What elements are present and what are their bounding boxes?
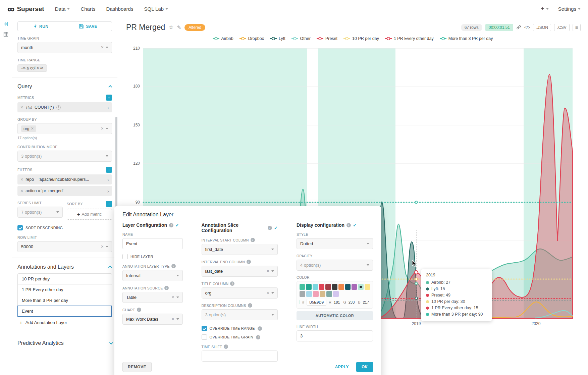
clear-icon[interactable] [101,45,104,50]
contribution-mode-select[interactable]: 3 option(s) [17,151,112,162]
info-icon[interactable] [137,308,141,312]
info-icon[interactable] [169,223,173,227]
annotation-layer-item[interactable]: 1 PR Every other day [17,284,112,295]
legend-item[interactable]: Dropbox [239,36,264,41]
superset-logo[interactable]: Superset [7,4,44,14]
chart-select[interactable]: Max Work Dates [122,314,183,325]
run-button[interactable]: RUN [17,21,65,31]
color-swatch[interactable] [325,284,331,290]
clear-icon[interactable] [267,269,269,274]
legend-item[interactable]: 1 PR Every other day [385,36,434,41]
nav-item-charts[interactable]: Charts [81,6,95,12]
info-icon[interactable] [256,335,260,339]
remove-button[interactable]: REMOVE [122,362,152,372]
interval-end-select[interactable]: last_date [202,266,278,277]
override-time-grain-checkbox[interactable] [202,334,207,340]
color-swatch[interactable] [326,291,332,297]
nav-item-sql-lab[interactable]: SQL Lab [144,6,168,12]
clear-icon[interactable] [171,295,174,300]
annotation-source-select[interactable]: Table [122,292,183,303]
filter-chip-repo[interactable]: repo = 'apache/incubator-supers... [17,174,112,184]
clear-icon[interactable] [171,317,174,322]
apply-button[interactable]: APPLY [331,362,353,372]
legend-item[interactable]: Airbnb [213,36,233,41]
g-value[interactable]: 233 [349,300,355,304]
save-button[interactable]: SAVE [65,21,112,31]
metric-chip[interactable]: ƒ(x) COUNT(*) [17,102,112,112]
color-swatch[interactable] [300,284,305,290]
group-by-chip[interactable]: org [21,125,36,132]
remove-chip-icon[interactable] [31,126,34,131]
group-by-select[interactable]: org [17,123,112,134]
line-width-input[interactable] [297,330,373,341]
new-menu-button[interactable]: + [541,5,549,12]
title-column-select[interactable]: org [202,287,278,299]
favorite-star-icon[interactable] [168,24,173,31]
annotation-layer-item[interactable]: More than 3 PR per day [17,295,112,306]
info-icon[interactable] [346,223,351,227]
r-value[interactable]: 181 [334,300,340,304]
nav-item-dashboards[interactable]: Dashboards [106,6,133,12]
description-columns-select[interactable]: 3 option(s) [202,309,278,320]
filter-chip-action[interactable]: action = 'pr_merged' [17,186,112,196]
clear-icon[interactable] [267,290,269,296]
hex-input[interactable]: B5E9D9 [307,299,326,306]
export-csv-button[interactable]: .CSV [554,24,570,31]
share-link-icon[interactable] [516,25,521,30]
color-swatch[interactable] [338,284,344,290]
b-value[interactable]: 217 [363,300,369,304]
info-icon[interactable] [171,264,176,268]
legend-item[interactable]: Other [291,36,311,41]
export-json-button[interactable]: .JSON [533,24,551,31]
info-icon[interactable] [230,281,234,286]
info-icon[interactable] [268,226,272,230]
datasource-grid-icon[interactable] [3,32,8,37]
clear-icon[interactable] [101,126,104,131]
remove-filter-icon[interactable] [20,189,23,194]
edit-title-icon[interactable] [177,24,181,31]
series-limit-select[interactable]: 7 option(s) [17,207,63,218]
time-grain-select[interactable]: month [17,42,112,53]
info-icon[interactable] [251,238,255,242]
ok-button[interactable]: OK [356,362,373,372]
info-icon[interactable] [258,326,262,331]
chart-menu-icon[interactable] [573,24,581,31]
info-icon[interactable] [224,344,228,349]
color-swatch[interactable] [306,284,311,290]
legend-item[interactable]: More than 3 PR per day [440,36,493,41]
color-swatch[interactable] [352,284,357,290]
name-input[interactable] [122,238,183,249]
query-section-header[interactable]: Query [17,84,112,90]
add-metric-button[interactable] [106,95,112,101]
info-icon[interactable] [247,260,251,264]
predictive-analytics-header[interactable]: Predictive Analytics [17,340,112,346]
view-query-icon[interactable] [524,25,530,30]
annotations-section-header[interactable]: Annotations and Layers [17,264,112,270]
color-swatch[interactable] [345,284,351,290]
color-swatch[interactable] [319,284,324,290]
override-time-range-checkbox[interactable] [202,326,207,331]
legend-item[interactable]: Preset [317,36,337,41]
time-shift-input[interactable] [202,351,278,362]
remove-filter-icon[interactable] [20,177,23,182]
settings-menu[interactable]: Settings [558,6,581,12]
style-select[interactable]: Dotted [297,238,373,249]
time-range-value[interactable]: -∞ ≤ col < ∞ [17,64,47,72]
color-swatch[interactable] [333,291,339,297]
color-swatch[interactable] [313,284,318,290]
color-swatch[interactable] [332,284,337,290]
nav-item-data[interactable]: Data [55,6,70,12]
interval-start-select[interactable]: first_date [202,244,278,255]
add-filter-button[interactable] [106,167,112,173]
info-icon[interactable] [248,303,252,308]
legend-item[interactable]: 10 PR per day [343,36,379,41]
automatic-color-button[interactable]: AUTOMATIC COLOR [297,311,373,320]
color-swatch[interactable] [313,291,319,297]
color-swatch[interactable] [320,291,325,297]
expand-panel-icon[interactable] [3,21,8,26]
color-swatch-selected[interactable] [358,284,363,290]
row-limit-select[interactable]: 50000 [17,241,112,252]
color-swatch[interactable] [365,284,370,290]
color-swatch[interactable] [300,291,305,297]
hide-layer-checkbox[interactable] [122,254,128,259]
